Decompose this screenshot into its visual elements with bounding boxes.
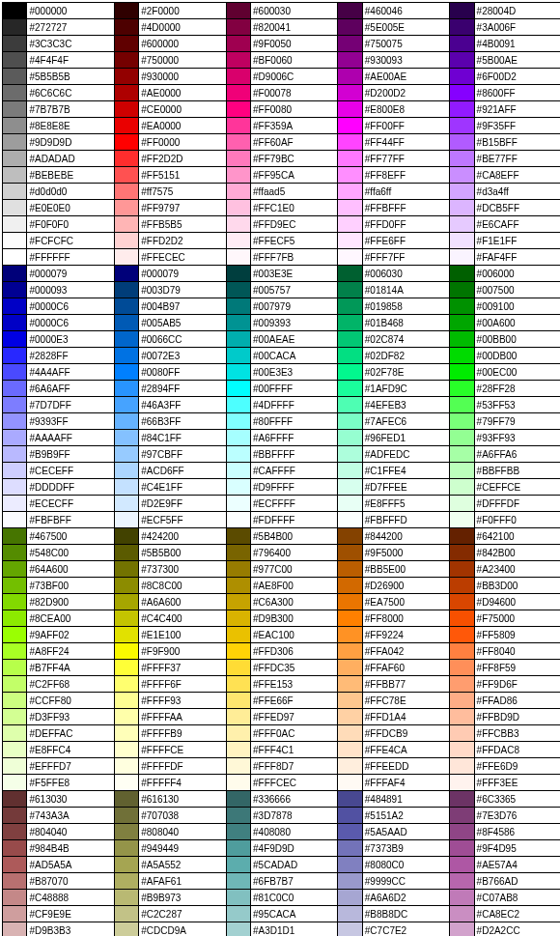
color-swatch [3, 840, 27, 857]
color-swatch [3, 446, 27, 463]
color-swatch [338, 118, 362, 134]
color-hex-label: #D200D2 [362, 85, 449, 101]
color-hex-label: #FFBB77 [362, 676, 449, 693]
color-hex-label: #00A600 [474, 315, 560, 331]
color-hex-label: #D94600 [474, 594, 560, 610]
color-hex-label: #D7FFEE [362, 479, 449, 496]
color-swatch [3, 824, 27, 840]
color-swatch [226, 676, 250, 693]
color-hex-label: #004B97 [139, 298, 226, 315]
color-hex-label: #750000 [139, 52, 226, 69]
color-hex-label: #4F4F4F [27, 52, 114, 69]
color-swatch [114, 840, 138, 857]
color-swatch [114, 463, 138, 479]
color-hex-label: #CE0000 [139, 101, 226, 118]
color-hex-label: #A6FFFF [251, 430, 338, 446]
color-hex-label: #7D7DFF [27, 397, 114, 413]
color-swatch [226, 348, 250, 364]
color-hex-label: #FFE6D9 [474, 758, 560, 775]
color-swatch [338, 496, 362, 512]
color-swatch [114, 118, 138, 134]
color-swatch [3, 200, 27, 216]
color-hex-label: #3C3C3C [27, 36, 114, 52]
color-swatch [338, 824, 362, 840]
color-swatch [338, 216, 362, 233]
color-hex-label: #CDCD9A [139, 922, 226, 937]
color-swatch [3, 479, 27, 496]
color-swatch [450, 840, 474, 857]
color-hex-label: #EAC100 [251, 627, 338, 643]
color-swatch [450, 496, 474, 512]
color-swatch [114, 3, 138, 19]
color-swatch [114, 430, 138, 446]
color-swatch [226, 282, 250, 298]
color-hex-label: #B7FF4A [27, 660, 114, 676]
color-hex-label: #EA0000 [139, 118, 226, 134]
color-hex-label: #5A5AAD [362, 824, 449, 840]
color-hex-label: #FFD1A4 [362, 709, 449, 725]
color-hex-label: #DDDDFF [27, 479, 114, 496]
color-swatch [3, 873, 27, 890]
color-hex-label: #FDFFFF [251, 512, 338, 528]
color-swatch [114, 36, 138, 52]
color-hex-label: #AE57A4 [474, 857, 560, 873]
color-swatch [450, 3, 474, 19]
color-swatch [450, 184, 474, 200]
color-hex-label: #95CACA [251, 906, 338, 922]
color-hex-label: #006030 [362, 266, 449, 282]
color-hex-label: #7B7B7B [27, 101, 114, 118]
color-hex-label: #FFD0FF [362, 216, 449, 233]
color-hex-label: #5B5B00 [139, 545, 226, 561]
color-swatch [114, 331, 138, 348]
color-swatch [114, 725, 138, 742]
color-hex-label: #0072E3 [139, 348, 226, 364]
color-swatch [114, 184, 138, 200]
color-hex-label: #BBFFBB [474, 463, 560, 479]
color-hex-label: #9393FF [27, 413, 114, 430]
color-swatch [226, 463, 250, 479]
color-hex-label: #8F4586 [474, 824, 560, 840]
color-hex-label: #930000 [139, 69, 226, 85]
color-hex-label: #FFE153 [251, 676, 338, 693]
color-swatch [338, 233, 362, 249]
color-swatch [338, 69, 362, 85]
color-hex-label: #600030 [251, 3, 338, 19]
color-hex-label: #73BF00 [27, 578, 114, 594]
color-swatch [450, 578, 474, 594]
color-swatch [450, 216, 474, 233]
color-hex-label: #F00078 [251, 85, 338, 101]
color-hex-label: #7373B9 [362, 840, 449, 857]
color-hex-label: #FFE6FF [362, 233, 449, 249]
color-swatch [114, 561, 138, 578]
color-hex-label: #9AFF02 [27, 627, 114, 643]
color-hex-label: #00E3E3 [251, 364, 338, 381]
color-hex-label: #ECF5FF [139, 512, 226, 528]
color-hex-label: #CCFF80 [27, 693, 114, 709]
color-swatch [226, 725, 250, 742]
color-swatch [226, 200, 250, 216]
color-hex-label: #FFFFDF [139, 758, 226, 775]
color-swatch [338, 167, 362, 184]
color-swatch [338, 512, 362, 528]
color-hex-label: #5B4B00 [251, 528, 338, 545]
color-swatch [3, 118, 27, 134]
color-hex-label: #B15BFF [474, 134, 560, 151]
color-hex-label: #C2C287 [139, 906, 226, 922]
color-hex-label: #FFF0AC [251, 725, 338, 742]
color-hex-label: #003D79 [139, 282, 226, 298]
color-swatch [114, 824, 138, 840]
color-hex-label: #ff7575 [139, 184, 226, 200]
color-swatch [450, 561, 474, 578]
color-swatch [114, 791, 138, 808]
color-swatch [226, 660, 250, 676]
color-hex-label: #5B5B5B [27, 69, 114, 85]
color-hex-label: #7E3D76 [474, 808, 560, 824]
color-hex-label: #949449 [139, 840, 226, 857]
color-hex-label: #613030 [27, 791, 114, 808]
color-swatch [3, 660, 27, 676]
color-hex-label: #4D0000 [139, 19, 226, 36]
color-hex-label: #02C874 [362, 331, 449, 348]
color-swatch [338, 545, 362, 561]
color-hex-label: #000079 [27, 266, 114, 282]
color-hex-label: #B9B973 [139, 890, 226, 906]
